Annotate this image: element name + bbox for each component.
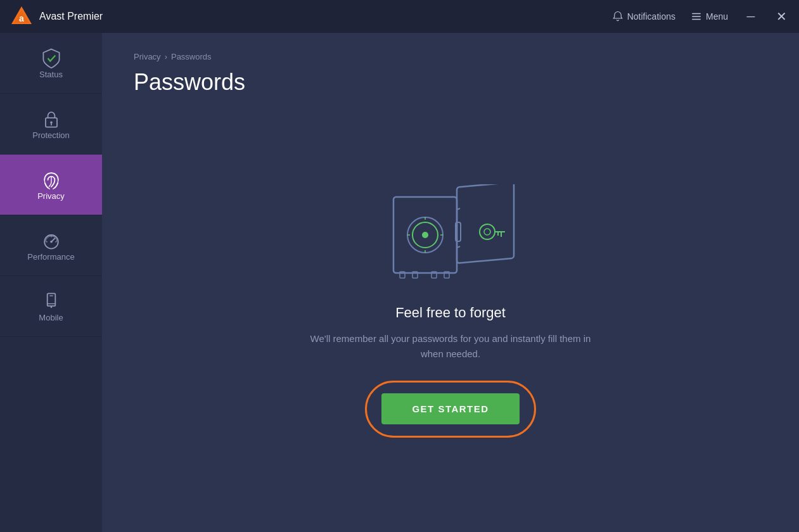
content-area: Privacy › Passwords Passwords (102, 33, 799, 532)
lock-icon (40, 108, 63, 130)
sidebar-performance-label: Performance (27, 252, 74, 262)
sidebar-privacy-label: Privacy (37, 191, 65, 201)
close-button[interactable]: ✕ (774, 9, 789, 24)
get-started-button[interactable]: GET STARTED (381, 393, 519, 424)
safe-illustration (381, 184, 520, 286)
svg-point-7 (50, 122, 53, 124)
svg-point-17 (50, 307, 52, 308)
titlebar-controls: Notifications Menu ─ ✕ (612, 9, 789, 24)
svg-point-31 (480, 224, 495, 239)
tagline: Feel free to forget (395, 305, 506, 321)
page-title: Passwords (134, 69, 245, 96)
sidebar-item-privacy[interactable]: Privacy (0, 155, 102, 215)
svg-point-11 (50, 241, 53, 243)
fingerprint-icon (40, 168, 63, 191)
sidebar-item-protection[interactable]: Protection (0, 94, 102, 155)
shield-icon (40, 47, 63, 70)
breadcrumb-separator: › (165, 52, 167, 61)
sidebar-item-mobile[interactable]: Mobile (0, 276, 102, 337)
menu-button[interactable]: Menu (691, 11, 728, 22)
sidebar-status-label: Status (39, 70, 63, 79)
svg-text:a: a (19, 13, 24, 23)
bell-icon (612, 11, 623, 22)
svg-rect-20 (457, 184, 514, 263)
sidebar-protection-label: Protection (32, 130, 70, 140)
description: We'll remember all your passwords for yo… (298, 331, 603, 362)
minimize-button[interactable]: ─ (743, 9, 758, 24)
svg-point-32 (484, 229, 490, 235)
sidebar: Status Protection Pr (0, 33, 102, 532)
sidebar-item-performance[interactable]: Performance (0, 215, 102, 276)
mobile-icon (40, 290, 63, 313)
breadcrumb: Privacy › Passwords (134, 52, 212, 61)
cta-wrapper: GET STARTED (381, 393, 519, 424)
sidebar-item-status[interactable]: Status (0, 33, 102, 94)
menu-icon (691, 11, 702, 22)
app-title: Avast Premier (39, 11, 612, 22)
sidebar-mobile-label: Mobile (39, 313, 63, 322)
notifications-button[interactable]: Notifications (612, 11, 675, 22)
main-layout: Status Protection Pr (0, 33, 799, 532)
breadcrumb-current: Passwords (171, 52, 212, 61)
svg-point-26 (422, 232, 428, 238)
center-content: Feel free to forget We'll remember all y… (134, 121, 767, 513)
avast-logo: a (10, 5, 33, 28)
breadcrumb-parent: Privacy (134, 52, 161, 61)
speedometer-icon (40, 229, 63, 252)
titlebar: a Avast Premier Notifications Menu ─ ✕ (0, 0, 799, 33)
